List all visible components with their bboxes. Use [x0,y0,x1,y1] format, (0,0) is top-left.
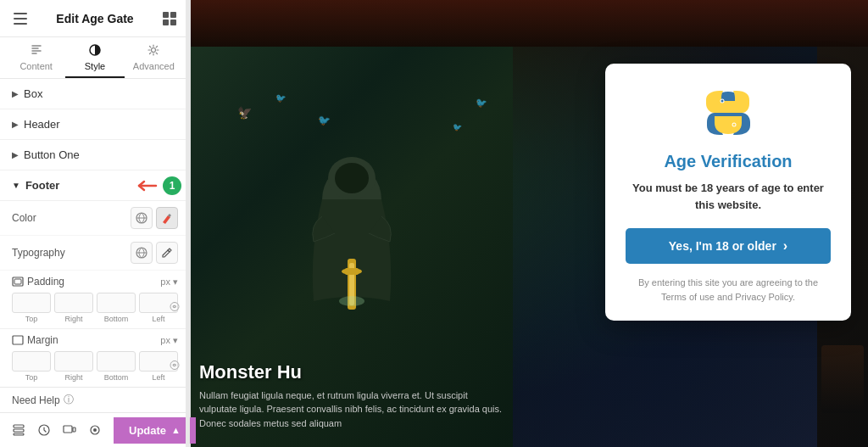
margin-left-label: Left [152,373,164,382]
padding-top-wrap: Top [12,293,51,323]
svg-point-28 [335,163,369,193]
section-header[interactable]: ▶ Header [0,109,190,140]
svg-rect-4 [170,12,176,18]
svg-rect-6 [170,20,176,25]
tab-content-label: Content [19,61,53,71]
margin-right-input[interactable] [54,351,93,372]
action-bar: Update ▲ [0,412,190,447]
svg-point-36 [733,124,736,126]
typography-edit-btn[interactable] [156,242,178,264]
svg-point-32 [339,296,364,306]
grid-icon[interactable] [161,10,178,27]
typography-globe-btn[interactable] [131,242,153,264]
svg-rect-2 [14,23,27,25]
padding-text-label: Padding [27,276,64,288]
svg-point-15 [170,361,179,370]
update-chevron-icon: ▲ [171,425,181,435]
crow-1: 🦅 [237,106,252,120]
monster-text-area: Monster Hu Nullam feugiat ligula neque, … [199,361,504,431]
svg-rect-12 [14,279,21,284]
layers-icon[interactable] [8,420,29,440]
advanced-icon [147,44,159,59]
margin-right-label: Right [64,373,82,382]
svg-rect-30 [345,268,349,275]
age-gate-title: Age Verification [664,152,792,171]
update-button[interactable]: Update ▲ [114,417,196,444]
box-arrow-icon: ▶ [12,89,19,98]
monster-title: Monster Hu [199,361,504,383]
tab-style[interactable]: Style [65,37,124,78]
margin-text-label: Margin [27,334,58,346]
history-icon[interactable] [34,420,54,440]
svg-point-34 [721,100,724,103]
padding-header: Padding px ▾ [12,276,178,288]
tab-advanced-label: Advanced [133,61,175,71]
svg-rect-20 [64,426,72,433]
section-box[interactable]: ▶ Box [0,79,190,109]
hamburger-icon[interactable] [12,10,29,27]
sidebar-title: Edit Age Gate [56,12,133,25]
age-gate-description: You must be 18 years of age to enter thi… [626,180,831,213]
section-header-label: Header [24,118,60,131]
monster-description: Nullam feugiat ligula neque, et rutrum l… [199,388,504,431]
padding-right-input[interactable] [54,293,93,313]
footer-section-header[interactable]: ▼ Footer 1 [0,170,190,201]
color-picker-btn[interactable] [156,207,178,229]
margin-top-input[interactable] [12,351,51,372]
padding-bottom-label: Bottom [104,315,129,323]
update-label: Update [129,424,166,437]
section-button-one-label: Button One [24,148,80,161]
footer-arrow-icon: ▼ [12,181,20,190]
age-gate-modal: Age Verification You must be 18 years of… [605,64,851,321]
preview-icon[interactable] [85,420,105,440]
svg-rect-21 [73,427,75,432]
need-help-label: Need Help [12,394,60,406]
padding-link-icon[interactable] [170,302,180,315]
padding-inputs: Top Right Bottom Left [12,293,178,323]
padding-right-label: Right [64,315,82,323]
color-globe-btn[interactable] [131,207,153,229]
color-label: Color [12,212,71,224]
color-controls [131,207,178,229]
dark-figure [821,345,864,413]
padding-right-wrap: Right [54,293,93,323]
tab-content[interactable]: Content [7,37,65,78]
red-arrow-indicator: 1 [132,176,181,195]
svg-rect-1 [14,18,27,20]
action-icons-group [0,413,114,447]
svg-point-13 [170,303,179,311]
svg-rect-0 [14,13,27,14]
age-gate-footer-text: By entering this site you are agreeing t… [626,276,831,304]
padding-top-input[interactable] [12,293,51,313]
margin-top-label: Top [25,373,38,382]
age-gate-chevron-icon: › [783,238,787,254]
margin-bottom-label: Bottom [104,373,129,382]
style-icon [89,44,101,59]
padding-section: Padding px ▾ Top Right Bottom [0,271,190,329]
margin-link-icon[interactable] [170,360,180,373]
typography-controls [131,242,178,264]
margin-label: Margin [12,334,58,346]
padding-unit-select[interactable]: px ▾ [160,277,178,288]
margin-section: Margin px ▾ Top Right Bottom [0,329,190,387]
monster-title-text: Monster Hu [199,361,302,383]
tab-advanced[interactable]: Advanced [125,37,183,78]
sidebar: Edit Age Gate Content [0,0,191,447]
age-gate-confirm-button[interactable]: Yes, I'm 18 or older › [626,228,831,264]
crow-2: 🐦 [275,93,286,103]
padding-top-label: Top [25,315,38,323]
margin-bottom-input[interactable] [97,351,136,372]
svg-rect-17 [14,429,24,432]
margin-inputs: Top Right Bottom Left [12,351,178,382]
svg-rect-16 [14,425,24,427]
margin-unit-select[interactable]: px ▾ [160,335,178,346]
section-button-one[interactable]: ▶ Button One [0,140,190,170]
need-help-bar: Need Help ⓘ [0,387,190,412]
padding-bottom-input[interactable] [97,293,136,313]
footer-section: ▼ Footer 1 Color [0,170,190,387]
typography-label: Typography [12,247,71,259]
responsive-icon[interactable] [59,420,80,440]
age-gate-btn-label: Yes, I'm 18 or older [669,239,776,253]
svg-rect-14 [13,336,23,344]
content-icon [31,44,42,59]
